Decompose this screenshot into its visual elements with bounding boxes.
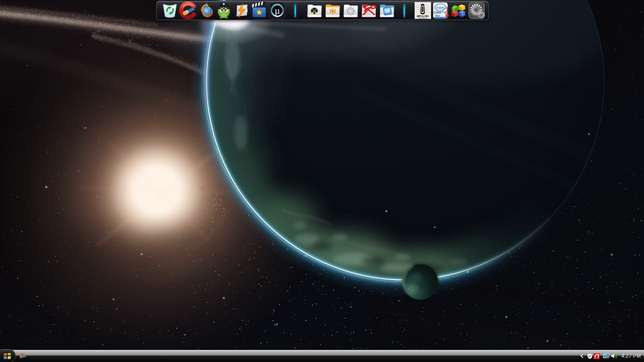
svg-text:DEATH MAGNETIC: DEATH MAGNETIC <box>418 17 428 19</box>
svg-text:intel: intel <box>436 5 444 10</box>
svg-text:Core™2: Core™2 <box>433 11 446 14</box>
svg-text:W: W <box>384 7 390 14</box>
svg-text:µ: µ <box>275 5 280 16</box>
svg-text:Duo: Duo <box>435 14 440 17</box>
